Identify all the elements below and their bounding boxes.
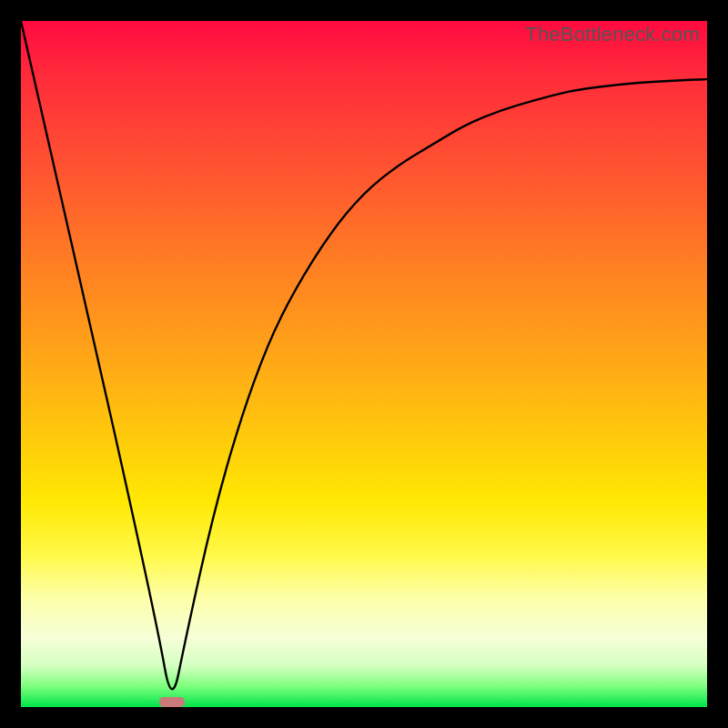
watermark-text: TheBottleneck.com bbox=[525, 23, 700, 46]
plot-area: TheBottleneck.com bbox=[21, 21, 707, 707]
curve-path bbox=[21, 21, 707, 689]
chart-frame: TheBottleneck.com bbox=[0, 0, 728, 728]
bottleneck-curve bbox=[21, 21, 707, 707]
trough-marker bbox=[159, 697, 185, 707]
